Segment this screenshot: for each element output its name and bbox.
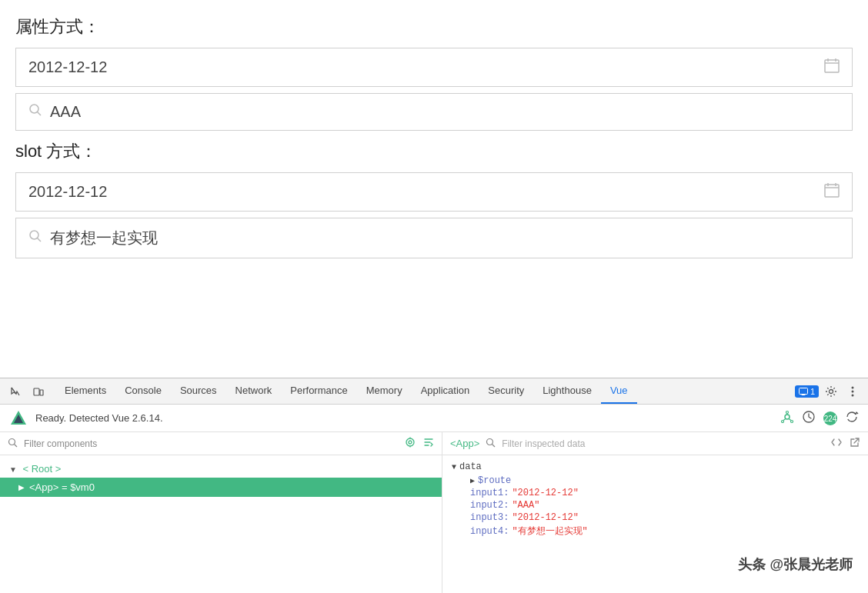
tree-item-arrow: ▶: [18, 483, 25, 491]
data-app-tag-text: <App>: [450, 438, 479, 449]
svg-line-36: [492, 444, 496, 447]
data-item-input4: input4: "有梦想一起实现": [470, 525, 859, 538]
data-route-item[interactable]: ▶ $route: [470, 475, 859, 486]
svg-line-26: [783, 418, 786, 420]
svg-point-35: [487, 438, 493, 445]
more-options-icon[interactable]: [843, 382, 862, 401]
filter-icons: [405, 437, 434, 450]
tab-vue[interactable]: Vue: [601, 378, 637, 404]
input3-key: input3:: [470, 512, 509, 523]
tab-application[interactable]: Application: [412, 378, 479, 404]
svg-point-15: [830, 389, 833, 393]
data-item-input2: input2: "AAA": [470, 500, 859, 511]
date-input-2[interactable]: 2012-12-12: [15, 172, 853, 212]
component-tree-icon[interactable]: [780, 410, 794, 427]
search-text-2: 有梦想一起实现: [50, 228, 158, 248]
settings-icon[interactable]: [822, 382, 840, 401]
svg-line-30: [15, 444, 18, 447]
tab-elements[interactable]: Elements: [55, 378, 115, 404]
search-input-1[interactable]: AAA: [15, 93, 853, 131]
device-toolbar-icon[interactable]: [29, 382, 48, 401]
svg-point-10: [30, 231, 38, 239]
main-content: 属性方式： 2012-12-12 AAA slot 方式： 2012-12-12: [0, 0, 868, 275]
search-icon-2: [28, 229, 42, 247]
data-section-arrow: ▼: [452, 463, 456, 471]
devtools-toolbar: Elements Console Sources Network Perform…: [0, 378, 868, 405]
tab-console[interactable]: Console: [115, 378, 171, 404]
devtools-right-icons: 1: [795, 382, 862, 401]
counter-value: 224: [823, 411, 837, 425]
vue-status-bar: Ready. Detected Vue 2.6.14.: [0, 405, 868, 432]
tree-item-label: <App> = $vm0: [29, 481, 95, 493]
tab-network[interactable]: Network: [226, 378, 282, 404]
components-filter-bar: Filter components: [0, 432, 442, 455]
date-value-2: 2012-12-12: [28, 183, 824, 201]
tab-security[interactable]: Security: [479, 378, 533, 404]
events-counter[interactable]: 224: [823, 411, 837, 426]
tree-root-arrow: ▼: [9, 465, 17, 474]
tab-lighthouse[interactable]: Lighthouse: [533, 378, 601, 404]
svg-point-29: [9, 438, 15, 445]
data-code-icon[interactable]: [831, 437, 842, 450]
tree-root-label: < Root >: [23, 463, 62, 475]
input1-value: "2012-12-12": [512, 488, 578, 498]
data-filter-bar: <App> Filter inspected data: [442, 432, 868, 455]
filter-search-icon: [8, 438, 18, 450]
svg-line-5: [38, 112, 42, 116]
data-item-input1: input1: "2012-12-12": [470, 488, 859, 498]
svg-line-27: [789, 418, 791, 420]
svg-point-24: [791, 420, 793, 422]
component-tree: ▼ < Root > ▶ <App> = $vm0: [0, 455, 442, 593]
data-items: ▶ $route input1: "2012-12-12" input2: "A…: [452, 475, 859, 538]
cursor-icon[interactable]: [6, 382, 25, 401]
tree-app-item[interactable]: ▶ <App> = $vm0: [0, 478, 442, 497]
data-external-link-icon[interactable]: [850, 437, 860, 450]
svg-point-17: [852, 390, 854, 392]
components-panel: Filter components: [0, 432, 442, 593]
watermark: 头条 @张晨光老师: [738, 555, 853, 574]
svg-point-4: [30, 105, 38, 113]
component-scope-icon[interactable]: [405, 437, 416, 450]
vue-logo: [9, 409, 28, 428]
tree-root-item[interactable]: ▼ < Root >: [0, 460, 442, 478]
route-key: $route: [478, 475, 511, 486]
date-input-1[interactable]: 2012-12-12: [15, 48, 853, 87]
search-input-2[interactable]: 有梦想一起实现: [15, 218, 853, 258]
components-filter-placeholder: Filter components: [24, 438, 399, 449]
svg-rect-14: [799, 388, 807, 394]
svg-point-31: [406, 438, 414, 446]
refresh-icon[interactable]: [845, 410, 859, 427]
history-icon[interactable]: [802, 410, 816, 427]
devtools-tabs: Elements Console Sources Network Perform…: [55, 378, 795, 404]
data-section-name: data: [459, 461, 482, 472]
vue-status-text: Ready. Detected Vue 2.6.14.: [35, 412, 780, 424]
calendar-icon-1: [824, 58, 840, 77]
input4-key: input4:: [470, 526, 509, 537]
message-badge[interactable]: 1: [795, 385, 819, 398]
format-icon[interactable]: [423, 437, 434, 450]
svg-point-22: [786, 411, 789, 413]
tab-performance[interactable]: Performance: [281, 378, 356, 404]
data-filter-search-icon: [486, 438, 496, 450]
calendar-icon-2: [824, 182, 840, 202]
svg-point-16: [852, 386, 854, 388]
tab-sources[interactable]: Sources: [171, 378, 226, 404]
svg-rect-0: [825, 60, 839, 72]
section1-title: 属性方式：: [15, 15, 853, 38]
input3-value: "2012-12-12": [512, 512, 578, 523]
search-icon-1: [28, 103, 42, 121]
data-app-tag: <App>: [450, 438, 479, 449]
input2-key: input2:: [470, 500, 509, 511]
svg-rect-13: [40, 390, 43, 395]
data-right-icons: [831, 437, 860, 450]
input2-value: "AAA": [512, 500, 539, 511]
svg-point-23: [782, 420, 784, 422]
input4-value: "有梦想一起实现": [512, 525, 587, 538]
tab-memory[interactable]: Memory: [357, 378, 412, 404]
date-value-1: 2012-12-12: [28, 58, 824, 76]
data-content: ▼ data ▶ $route input1: "2012-12-12": [442, 455, 868, 545]
svg-point-32: [409, 441, 412, 444]
svg-point-18: [852, 394, 854, 396]
section2-title: slot 方式：: [15, 140, 853, 163]
route-arrow: ▶: [470, 476, 475, 485]
